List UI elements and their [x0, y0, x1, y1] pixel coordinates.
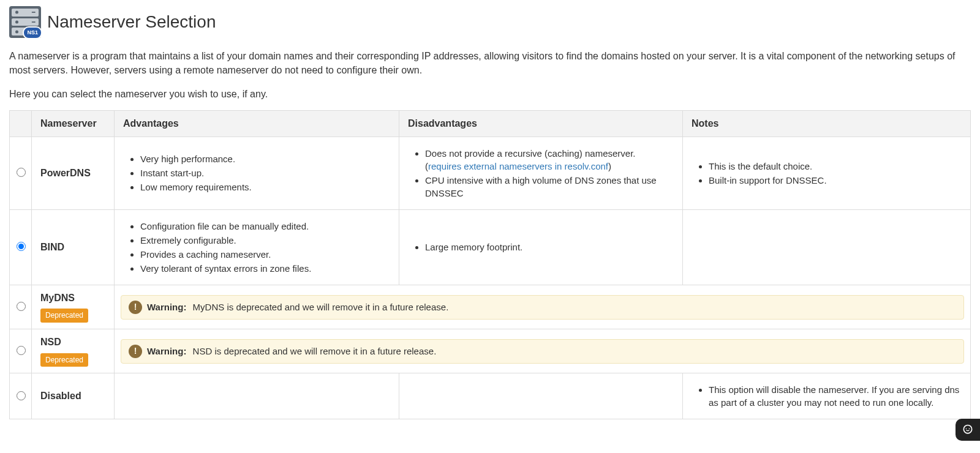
- warning-mydns: ! Warning: MyDNS is deprecated and we wi…: [121, 295, 964, 320]
- radio-powerdns[interactable]: [17, 168, 26, 177]
- list-item: Does not provide a recursive (caching) n…: [425, 147, 674, 173]
- nameserver-table: Nameserver Advantages Disadvantages Note…: [9, 110, 971, 420]
- dis-powerdns: Does not provide a recursive (caching) n…: [408, 147, 674, 200]
- radio-disabled[interactable]: [17, 391, 26, 400]
- chat-icon: [962, 424, 974, 425]
- name-disabled: Disabled: [32, 373, 115, 419]
- ns-badge: NS1: [23, 26, 42, 39]
- warning-label: Warning:: [147, 302, 186, 312]
- name-nsd: NSD Deprecated: [32, 329, 115, 373]
- nameserver-icon: NS1: [9, 6, 41, 38]
- page-title: Nameserver Selection: [47, 10, 216, 34]
- name-powerdns: PowerDNS: [32, 137, 115, 209]
- header-disadvantages: Disadvantages: [399, 110, 683, 137]
- list-item: Provides a caching nameserver.: [140, 248, 390, 261]
- page-header: NS1 Nameserver Selection: [9, 6, 971, 38]
- notes-disabled: This option will disable the nameserver.…: [692, 383, 962, 409]
- warning-icon: !: [129, 345, 142, 358]
- table-row-disabled: Disabled This option will disable the na…: [10, 373, 971, 419]
- header-advantages: Advantages: [115, 110, 399, 137]
- notes-powerdns: This is the default choice. Built-in sup…: [692, 160, 962, 187]
- dis-bind: Large memory footprint.: [408, 241, 674, 253]
- table-row-nsd: NSD Deprecated ! Warning: NSD is depreca…: [10, 329, 971, 373]
- intro-paragraph-1: A nameserver is a program that maintains…: [9, 49, 971, 77]
- warning-message: NSD is deprecated and we will remove it …: [193, 346, 437, 356]
- deprecated-badge: Deprecated: [40, 309, 88, 323]
- list-item: This option will disable the nameserver.…: [709, 383, 962, 409]
- list-item: CPU intensive with a high volume of DNS …: [425, 174, 674, 200]
- resolvconf-link[interactable]: requires external nameservers in resolv.…: [428, 161, 608, 171]
- table-row-powerdns: PowerDNS Very high performance. Instant …: [10, 137, 971, 209]
- radio-nsd[interactable]: [17, 346, 26, 355]
- list-item: Extremely configurable.: [140, 234, 390, 247]
- name-bind: BIND: [32, 209, 115, 285]
- svg-point-0: [963, 425, 971, 426]
- warning-nsd: ! Warning: NSD is deprecated and we will…: [121, 339, 964, 364]
- list-item: Low memory requirements.: [140, 181, 390, 193]
- list-item: Instant start-up.: [140, 167, 390, 179]
- list-item: Configuration file can be manually edite…: [140, 220, 390, 233]
- list-item: Large memory footprint.: [425, 241, 674, 253]
- warning-text: Warning: MyDNS is deprecated and we will…: [147, 301, 448, 313]
- list-item: Very high performance.: [140, 152, 390, 165]
- list-item: Very tolerant of syntax errors in zone f…: [140, 262, 390, 275]
- deprecated-badge: Deprecated: [40, 353, 88, 367]
- adv-powerdns: Very high performance. Instant start-up.…: [123, 152, 390, 193]
- label: MyDNS: [40, 293, 75, 303]
- table-row-bind: BIND Configuration file can be manually …: [10, 209, 971, 285]
- list-item: Built-in support for DNSSEC.: [709, 174, 962, 187]
- warning-text: Warning: NSD is deprecated and we will r…: [147, 345, 436, 358]
- list-item: This is the default choice.: [709, 160, 962, 173]
- header-select: [10, 110, 32, 137]
- radio-mydns[interactable]: [17, 302, 26, 311]
- warning-label: Warning:: [147, 346, 186, 356]
- intro-paragraph-2: Here you can select the nameserver you w…: [9, 87, 971, 101]
- table-row-mydns: MyDNS Deprecated ! Warning: MyDNS is dep…: [10, 285, 971, 329]
- name-mydns: MyDNS Deprecated: [32, 285, 115, 329]
- warning-message: MyDNS is deprecated and we will remove i…: [193, 302, 449, 312]
- header-nameserver: Nameserver: [32, 110, 115, 137]
- warning-icon: !: [129, 301, 142, 314]
- label: NSD: [40, 337, 61, 347]
- radio-bind[interactable]: [17, 242, 26, 251]
- text: ): [608, 161, 611, 171]
- chat-widget[interactable]: [956, 419, 980, 425]
- header-notes: Notes: [683, 110, 971, 137]
- adv-bind: Configuration file can be manually edite…: [123, 220, 390, 275]
